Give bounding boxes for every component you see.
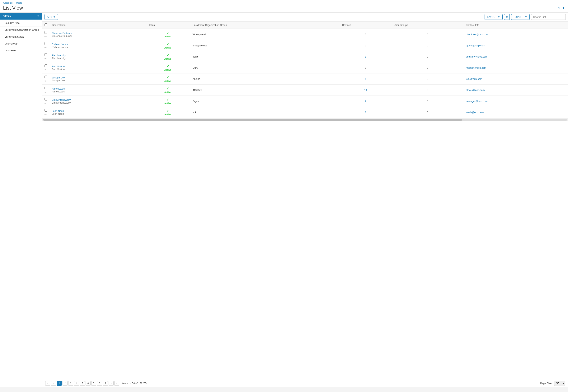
row-general-2: Alex Murphy Alex Murphy [49,51,145,62]
horizontal-scrollbar[interactable] [42,118,568,121]
row-devices-2: 1 [340,51,392,62]
row-checkbox-2[interactable] [44,53,47,56]
toolbar: ADD ▼ LAYOUT ▼ ↻ EXPORT ▼ [42,13,568,21]
row-checkbox-5[interactable] [44,87,47,89]
row-checkbox-0[interactable] [44,31,47,34]
export-button[interactable]: EXPORT ▼ [511,14,530,20]
sidebar-item-user-group[interactable]: ›User Group [0,40,42,47]
table-row: ✏ Alex Murphy Alex Murphy ✔ Active sdkbr… [42,51,568,62]
user-link-3[interactable]: Bob Morton [52,65,143,68]
user-link-2[interactable]: Alex Murphy [52,54,143,57]
edit-icon-0[interactable]: ✏ [44,35,47,38]
row-devices-6: 2 [340,96,392,107]
email-link-7[interactable]: lnash@ocp.com [466,111,483,114]
filter-label: Enrollment Organization Group [5,28,39,31]
breadcrumb-users[interactable]: Users [16,1,22,4]
user-link-5[interactable]: Anne Lewis [52,87,143,90]
pagination-page-9[interactable]: 9 [103,381,108,386]
email-link-3[interactable]: rmorton@ocp.com [466,66,486,69]
edit-icon-1[interactable]: ✏ [44,46,47,49]
filter-label: User Role [5,49,16,52]
row-email-7: lnash@ocp.com [463,107,568,118]
status-text-7: Active [164,113,171,116]
edit-icon-2[interactable]: ✏ [44,57,47,60]
breadcrumb-accounts[interactable]: Accounts [3,1,13,4]
status-check-icon-4: ✔ [148,75,188,80]
email-link-6[interactable]: tavenger@ocp.com [466,100,487,103]
pagination-page-6[interactable]: 6 [85,381,91,386]
pagination-page-8[interactable]: 8 [97,381,102,386]
sidebar-item-security-type[interactable]: ›Security Type [0,20,42,27]
sidebar-item-enrollment-status[interactable]: ›Enrollment Status [0,33,42,40]
row-devices-1: 0 [340,40,392,51]
table-row: ✏ Bob Morton Bob Morton ✔ Active Guru 0 … [42,62,568,73]
edit-icon-5[interactable]: ✏ [44,91,47,94]
edit-icon-7[interactable]: ✏ [44,113,47,116]
pagination-next-button[interactable]: › [109,381,114,386]
add-button[interactable]: ADD ▼ [44,14,58,20]
pagination-page-7[interactable]: 7 [91,381,96,386]
edit-icon-3[interactable]: ✏ [44,69,47,71]
top-bar: Accounts › Users List View ⌂ ★ [0,0,568,13]
pagination-page-1[interactable]: 1 [57,381,62,386]
row-checkbox-cell-7: ✏ [42,107,49,118]
row-checkbox-1[interactable] [44,42,47,45]
layout-chevron-icon: ▼ [497,15,500,18]
row-general-6: Emil Antonowsky Emil Antonowsky [49,96,145,107]
add-chevron-icon: ▼ [53,15,56,18]
row-devices-4: 1 [340,73,392,84]
table-row: ✏ Clarence Bodicker Clarence Bodicker ✔ … [42,29,568,40]
search-input[interactable] [531,14,566,20]
col-check-header [42,21,49,29]
select-all-checkbox[interactable] [44,23,47,26]
email-link-5[interactable]: alewis@ocp.com [466,89,484,91]
sidebar-item-user-role[interactable]: ›User Role [0,47,42,54]
refresh-button[interactable]: ↻ [504,14,510,20]
email-link-0[interactable]: cbodicker@ocp.com [466,33,488,36]
main-layout: Filters ▼ ›Security Type›Enrollment Orga… [0,13,568,387]
row-checkbox-7[interactable] [44,109,47,112]
user-link-7[interactable]: Leon Nash [52,110,143,112]
pagination-page-3[interactable]: 3 [68,381,73,386]
star-icon[interactable]: ★ [562,6,565,10]
user-link-0[interactable]: Clarence Bodicker [52,32,143,35]
row-status-4: ✔ Active [145,73,190,84]
page-size-select[interactable]: 50 100 200 [554,381,565,386]
pagination-page-4[interactable]: 4 [74,381,79,386]
row-status-3: ✔ Active [145,62,190,73]
row-checkbox-3[interactable] [44,64,47,67]
pagination-page-5[interactable]: 5 [80,381,85,386]
page-size-label: Page Size: [540,382,552,385]
edit-icon-6[interactable]: ✏ [44,102,47,105]
arrow-icon: › [3,36,3,38]
status-text-3: Active [164,69,171,71]
row-email-4: jcox@ocp.com [463,73,568,84]
pagination-page-2[interactable]: 2 [63,381,68,386]
user-link-6[interactable]: Emil Antonowsky [52,98,143,101]
user-link-1[interactable]: Richard Jones [52,43,143,46]
user-sub-6: Emil Antonowsky [52,101,71,104]
home-icon[interactable]: ⌂ [558,6,560,10]
email-link-2[interactable]: amurphy@ocp.com [466,55,487,58]
row-checkbox-cell-0: ✏ [42,29,49,40]
user-link-4[interactable]: Joseph Cox [52,76,143,79]
col-general-info-header: General Info [49,21,145,29]
row-email-3: rmorton@ocp.com [463,62,568,73]
pagination-prev-button[interactable]: ‹ [51,381,56,386]
email-link-4[interactable]: jcox@ocp.com [466,77,482,80]
edit-icon-4[interactable]: ✏ [44,80,47,83]
row-checkbox-4[interactable] [44,76,47,78]
pagination-first-button[interactable]: « [45,381,50,386]
sidebar: Filters ▼ ›Security Type›Enrollment Orga… [0,13,42,387]
row-user-groups-1: 0 [392,40,463,51]
arrow-icon: › [3,22,3,24]
pagination-last-button[interactable]: » [114,381,119,386]
row-status-0: ✔ Active [145,29,190,40]
email-link-1[interactable]: djones@ocp.com [466,44,485,47]
row-devices-0: 0 [340,29,392,40]
row-checkbox-6[interactable] [44,98,47,100]
breadcrumb: Accounts › Users [3,1,565,4]
layout-button[interactable]: LAYOUT ▼ [484,14,503,20]
filters-header[interactable]: Filters ▼ [0,13,42,20]
sidebar-item-enrollment-org-group[interactable]: ›Enrollment Organization Group [0,27,42,33]
